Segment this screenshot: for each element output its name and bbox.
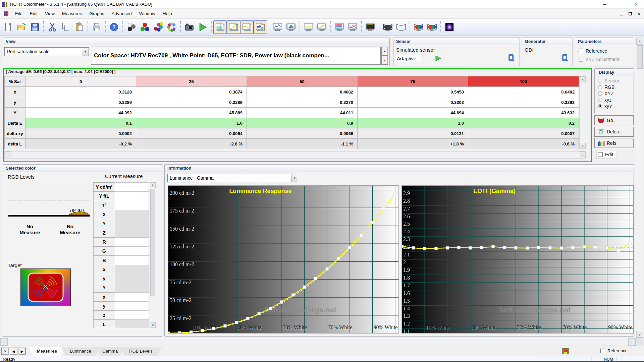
go-button[interactable]: Go [594,115,634,125]
cell-value[interactable]: 0.6402 [468,87,579,97]
film-rgb2-icon[interactable] [425,20,439,34]
radio-xyz[interactable]: XYZ [598,90,634,97]
tab-prev-button[interactable]: ◀ [10,348,17,355]
measure-row-value[interactable] [115,301,149,310]
tab-rgb-levels[interactable]: RGB Levels [120,347,162,356]
reference-swatch-icon[interactable] [562,348,569,355]
scroll-right-icon[interactable]: › [579,152,586,158]
measure-row-value[interactable] [115,283,149,292]
sensor-config-icon[interactable] [507,53,516,62]
mon-flat-icon[interactable] [302,20,315,34]
radio-circle[interactable] [598,104,602,108]
chevron-down-icon[interactable]: ▼ [291,174,298,182]
scroll-up-icon[interactable]: ∧ [580,76,586,82]
spinner-up-icon[interactable]: ▲ [381,47,388,56]
edit-checkbox-box[interactable] [598,152,603,157]
view-gamma-icon[interactable] [227,20,240,34]
mon-sat-icon[interactable] [346,20,360,34]
menu-advanced[interactable]: Advanced [108,9,136,18]
scroll-up-icon[interactable]: ∧ [636,38,643,45]
reference-checkbox[interactable]: Reference [579,48,633,54]
cell-value[interactable]: -0.2 % [25,139,136,149]
tab-luminance[interactable]: Luminance [61,347,100,356]
menu-graphs[interactable]: Graphs [86,9,108,18]
film-rgb-icon[interactable] [412,20,425,34]
measure-row-value[interactable] [115,256,149,265]
measure-table-scrollbar[interactable]: ∧ ∨ [150,182,156,328]
paste-icon[interactable] [72,20,86,34]
cell-value[interactable]: 0.4682 [247,87,358,97]
measure-row-value[interactable] [115,320,149,328]
mdi-minimize-icon[interactable] [620,15,623,15]
measure-row-value[interactable] [115,192,149,201]
camera-icon[interactable] [182,20,196,34]
radio-circle[interactable] [598,85,602,89]
refs-button[interactable]: Refs [594,138,634,148]
radio-circle[interactable] [598,98,602,102]
cell-value[interactable]: 0.5450 [358,87,468,97]
cell-value[interactable]: 43.632 [468,108,579,118]
cell-value[interactable]: 44.011 [247,108,358,118]
cell-value[interactable]: 0.0064 [136,128,247,139]
save-icon[interactable] [28,20,42,34]
sensor-run-icon[interactable] [434,55,442,62]
menu-file[interactable]: File [11,9,26,18]
mon-diag-icon[interactable] [315,20,329,34]
measure-row-value[interactable] [115,201,149,210]
main-horizontal-scrollbar[interactable]: ‹ › [0,338,636,346]
col-header-75[interactable]: 75 [358,76,468,87]
scroll-down-icon[interactable]: ∨ [150,322,156,328]
tab-close-button[interactable]: ✕ [1,348,9,355]
print-icon[interactable] [90,20,103,34]
measure-row-value[interactable] [115,219,149,228]
col-header-0[interactable]: 0 [25,76,136,87]
cell-value[interactable]: 45.889 [136,108,247,118]
cell-value[interactable]: +2.6 % [136,139,247,149]
scroll-right-icon[interactable]: › [628,338,636,346]
cell-value[interactable]: 0.0007 [468,128,579,139]
cell-value[interactable]: 44.392 [25,108,136,118]
measure-row-value[interactable] [115,265,149,274]
plasma-icon[interactable] [443,20,456,34]
scroll-left-icon[interactable]: ‹ [0,338,8,346]
radio-xyz[interactable]: xyz [598,97,634,103]
cut-icon[interactable] [46,20,59,34]
cell-value[interactable]: 0.3289 [136,97,247,108]
cell-value[interactable]: -1.1 % [247,139,358,149]
cell-value[interactable]: -0.6 % [468,139,579,149]
menu-window[interactable]: Window [136,9,159,18]
radio-rgb[interactable]: RGB [598,84,634,90]
cell-value[interactable]: 0.0066 [247,128,358,139]
tab-measures[interactable]: Measures [29,347,65,356]
radio-xyy[interactable]: xyY [598,103,634,109]
cell-value[interactable]: 0.3293 [468,97,579,108]
chevron-down-icon[interactable]: ▼ [82,48,89,56]
checkbox-box[interactable] [579,49,583,53]
mon-cie-icon[interactable] [284,20,298,34]
measure-row-value[interactable] [115,292,149,301]
view-multi-icon[interactable] [254,20,267,34]
col-header-Sat[interactable]: % Sat [5,76,25,87]
balls-colors-icon[interactable] [152,20,165,34]
scroll-up-icon[interactable]: ∧ [150,182,156,188]
new-icon[interactable] [1,20,15,34]
tab-gamma[interactable]: Gamma [96,347,124,356]
information-select[interactable]: Luminance - Gamma ▼ [167,174,298,182]
reference-checkbox-box[interactable] [600,349,605,353]
scroll-down-icon[interactable]: ∨ [580,143,586,149]
spinner-down-icon[interactable]: ▼ [381,56,388,65]
scroll-down-icon[interactable]: ∨ [636,331,643,338]
maximize-button[interactable] [612,0,628,9]
cell-value[interactable]: 0.3128 [25,87,136,97]
cell-value[interactable]: 0.3289 [25,97,136,108]
mon-rgblines-icon[interactable] [333,20,346,34]
cell-value[interactable]: +1.8 % [358,139,468,149]
table-vertical-scrollbar[interactable]: ∧ ∨ [579,76,586,149]
measure-row-value[interactable] [115,247,149,256]
col-header-25[interactable]: 25 [136,76,247,87]
balls-ring-icon[interactable] [165,20,178,34]
menu-measures[interactable]: Measures [58,9,86,18]
view-wave-icon[interactable] [240,20,254,34]
scroll-left-icon[interactable]: ‹ [5,152,11,158]
generator-config-icon[interactable] [560,53,569,62]
